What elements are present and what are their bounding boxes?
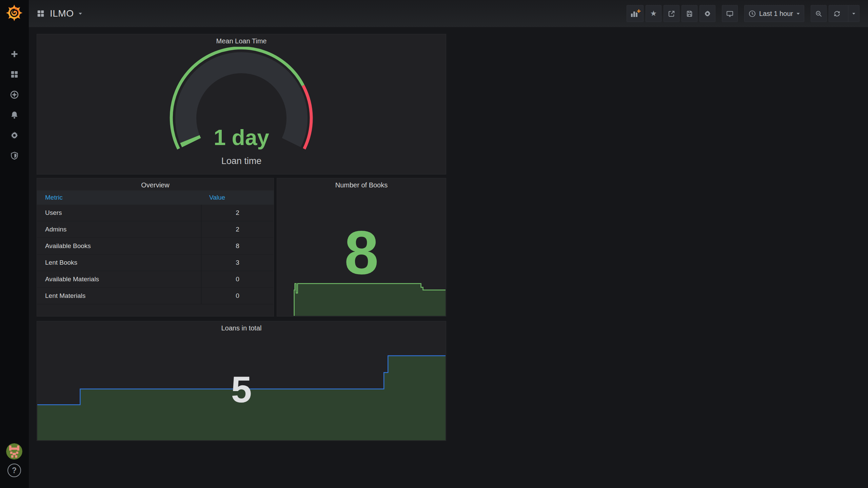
star-icon: ★: [650, 9, 657, 18]
panel-title[interactable]: Mean Loan Time: [37, 34, 446, 46]
table-row: Users 2: [37, 205, 274, 221]
value-cell: 0: [201, 271, 274, 287]
toolbar: + ★: [627, 5, 860, 22]
metric-cell: Lent Materials: [37, 292, 201, 300]
share-icon: [668, 10, 675, 18]
panel-title[interactable]: Overview: [37, 178, 274, 190]
star-button[interactable]: ★: [646, 5, 662, 22]
gauge-field-label: Loan time: [37, 156, 446, 166]
sidebar: ?: [0, 0, 29, 488]
caret-down-icon: [79, 13, 82, 15]
refresh-button-group: [829, 5, 860, 22]
column-header-value[interactable]: Value: [201, 194, 274, 201]
time-range-picker[interactable]: Last 1 hour: [744, 5, 804, 22]
zoom-out-button[interactable]: [811, 5, 827, 22]
metric-cell: Lent Books: [37, 259, 201, 266]
metric-cell: Available Books: [37, 242, 201, 250]
books-count-value: 8: [277, 222, 446, 283]
table-row: Admins 2: [37, 221, 274, 238]
table-body: Users 2 Admins 2 Available Books 8 Lent …: [37, 205, 274, 304]
dashboard-settings-button[interactable]: [699, 5, 715, 22]
tv-icon: [726, 10, 734, 18]
cycle-view-button[interactable]: [722, 5, 738, 22]
panel-number-of-books: Number of Books 8: [277, 178, 446, 317]
gauge-value: 1 day: [37, 125, 446, 150]
dashboard-grid-icon: [36, 9, 45, 18]
value-cell: 2: [201, 221, 274, 238]
metric-cell: Available Materials: [37, 276, 201, 283]
alerting-bell-icon[interactable]: [0, 108, 29, 121]
add-panel-icon: +: [631, 9, 639, 18]
caret-down-icon: [797, 13, 800, 14]
save-button[interactable]: [682, 5, 697, 22]
column-header-metric[interactable]: Metric: [37, 194, 201, 201]
sidebar-menu: [0, 47, 29, 162]
caret-down-icon: [852, 13, 855, 14]
table-row: Lent Books 3: [37, 255, 274, 271]
value-cell: 8: [201, 238, 274, 254]
value-cell: 0: [201, 288, 274, 304]
time-range-label: Last 1 hour: [759, 10, 793, 18]
add-panel-button[interactable]: +: [627, 5, 644, 22]
gear-icon: [704, 10, 711, 18]
loan-time-gauge: [37, 47, 446, 175]
grafana-logo[interactable]: [5, 3, 24, 22]
create-plus-icon[interactable]: [0, 47, 29, 60]
metric-cell: Users: [37, 209, 201, 217]
help-question-icon[interactable]: ?: [7, 464, 21, 477]
top-navbar: ILMO + ★: [29, 0, 868, 27]
refresh-button[interactable]: [829, 5, 845, 22]
refresh-interval-dropdown[interactable]: [848, 5, 859, 22]
metric-cell: Admins: [37, 226, 201, 233]
settings-gear-icon[interactable]: [0, 129, 29, 142]
table-row: Available Books 8: [37, 238, 274, 255]
dashboard-title[interactable]: ILMO: [50, 8, 74, 19]
loans-total-value: 5: [37, 371, 446, 408]
user-avatar[interactable]: [6, 443, 22, 460]
table-header: Metric Value: [37, 190, 274, 205]
value-cell: 3: [201, 255, 274, 271]
breadcrumb[interactable]: ILMO: [36, 8, 82, 19]
zoom-out-icon: [815, 10, 823, 18]
refresh-icon: [833, 10, 841, 18]
explore-compass-icon[interactable]: [0, 88, 29, 101]
panel-overview-table: Overview Metric Value Users 2 Admins 2 A…: [37, 178, 274, 317]
value-cell: 2: [201, 205, 274, 221]
share-button[interactable]: [664, 5, 679, 22]
panel-mean-loan-time: Mean Loan Time 1 day Loan time: [37, 34, 446, 175]
panel-loans-in-total: Loans in total 5: [37, 321, 446, 441]
dashboards-grid-icon[interactable]: [0, 68, 29, 81]
server-admin-shield-icon[interactable]: [0, 149, 29, 162]
table-row: Lent Materials 0: [37, 288, 274, 304]
clock-icon: [748, 10, 756, 18]
save-icon: [686, 10, 693, 18]
table-row: Available Materials 0: [37, 271, 274, 288]
